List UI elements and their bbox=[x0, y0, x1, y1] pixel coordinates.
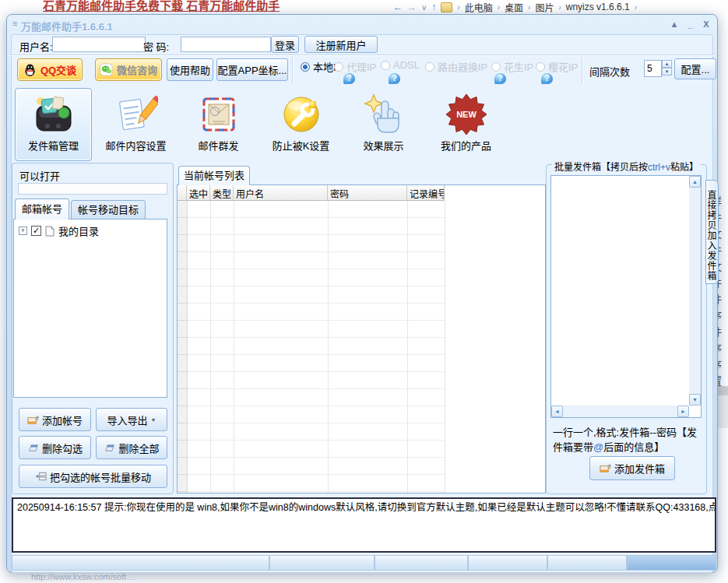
scroll-up-icon[interactable]: ▲ bbox=[689, 176, 701, 188]
nav-showcase[interactable]: 效果展示 bbox=[345, 88, 422, 161]
peanut-ip-label: 花生IP bbox=[504, 59, 533, 74]
tab-move-target[interactable]: 帐号移动目标 bbox=[71, 200, 146, 220]
nav-mass-mail[interactable]: 邮件群发 bbox=[180, 88, 257, 161]
openable-label: 可以打开 bbox=[19, 168, 60, 183]
nav-label: 邮件群发 bbox=[181, 138, 256, 153]
log-box: 20250914-16:15:57 提示:你现在使用的是 win8,如果你不是w… bbox=[12, 497, 716, 553]
vertical-scrollbar[interactable]: ▲ ▼ bbox=[689, 176, 701, 406]
col-username[interactable]: 用户名 bbox=[234, 185, 328, 201]
interval-spinner[interactable]: 5 ▲ ▼ bbox=[644, 60, 672, 77]
username-input[interactable] bbox=[52, 37, 146, 52]
scroll-left-icon[interactable]: ◄ bbox=[551, 406, 563, 417]
radio-sakura-ip[interactable] bbox=[536, 62, 545, 72]
config-button[interactable]: 配置... bbox=[674, 58, 716, 79]
breadcrumb-item-folder[interactable]: wnyizs v1.6.6.1 bbox=[566, 2, 630, 12]
spinner-down-icon[interactable]: ▼ bbox=[662, 68, 672, 76]
username-label: 用户名: bbox=[19, 39, 53, 54]
breadcrumb: ← → ∨ ↑ › 此电脑 › 桌面 › 图片 › wnyizs v1.6.6.… bbox=[393, 0, 728, 14]
nav-label: 我们的产品 bbox=[428, 138, 504, 153]
nav-outbox-manager[interactable]: 发件箱管理 bbox=[15, 88, 92, 161]
qq-chat-button[interactable]: QQ交谈 bbox=[17, 58, 83, 81]
ip-option-sakura[interactable]: 樱花IP bbox=[536, 59, 578, 74]
nav-our-products[interactable]: NEW 我们的产品 bbox=[427, 88, 505, 161]
wechat-button[interactable]: 微信咨询 bbox=[95, 58, 162, 81]
password-input[interactable] bbox=[181, 37, 271, 52]
help-balloon-icon[interactable]: ? bbox=[343, 73, 355, 84]
tree-expand-icon[interactable]: + bbox=[19, 227, 27, 235]
gridline bbox=[210, 201, 211, 493]
move-checked-button[interactable]: 把勾选的帐号批量移动 bbox=[19, 465, 167, 488]
ip-option-proxy[interactable]: 代理IP bbox=[334, 59, 376, 74]
background-clipped-text: 件 bbox=[717, 209, 728, 223]
dropdown-caret-icon[interactable]: ▼ bbox=[151, 417, 157, 423]
interval-value[interactable]: 5 bbox=[644, 60, 662, 77]
background-clipped-text: 件 bbox=[717, 324, 728, 338]
ip-option-router[interactable]: 路由器换IP bbox=[425, 59, 487, 74]
tab-mail-accounts[interactable]: 邮箱帐号 bbox=[15, 198, 69, 220]
ip-option-peanut[interactable]: 花生IP bbox=[491, 59, 533, 74]
password-label: 密 码: bbox=[143, 39, 169, 54]
tree-root-label[interactable]: 我的目录 bbox=[58, 223, 99, 238]
nav-anti-block[interactable]: 防止被K设置 bbox=[262, 88, 339, 161]
col-record-id[interactable]: 记录编号 bbox=[407, 185, 445, 201]
horizontal-scrollbar[interactable]: ◄ ► bbox=[551, 406, 689, 417]
breadcrumb-item-this-pc[interactable]: 此电脑 bbox=[465, 1, 493, 14]
close-button[interactable]: X bbox=[699, 18, 713, 30]
breadcrumb-separator: › bbox=[457, 3, 459, 12]
background-clipped-text: 序 bbox=[717, 307, 728, 321]
breadcrumb-separator: › bbox=[635, 3, 637, 12]
delete-all-button[interactable]: 删除全部 bbox=[96, 436, 167, 459]
adsl-label: ADSL bbox=[393, 59, 420, 71]
login-button[interactable]: 登录 bbox=[271, 36, 299, 53]
import-export-button[interactable]: 导入导出 ▼ bbox=[96, 408, 167, 431]
breadcrumb-separator: › bbox=[528, 3, 530, 12]
wechat-label: 微信咨询 bbox=[117, 62, 157, 77]
spinner-up-icon[interactable]: ▲ bbox=[662, 60, 672, 68]
help-button[interactable]: 使用帮助 bbox=[167, 58, 213, 81]
minimize-button[interactable]: _ bbox=[683, 18, 697, 30]
separator bbox=[10, 54, 714, 56]
radio-router-ip[interactable] bbox=[425, 62, 434, 72]
history-dropdown-icon[interactable]: ∨ bbox=[421, 3, 427, 12]
tree-checkbox[interactable]: ✓ bbox=[31, 226, 41, 236]
delete-checked-button[interactable]: 删除勾选 bbox=[19, 436, 91, 459]
ip-option-adsl[interactable]: ADSL bbox=[381, 59, 420, 71]
bulk-senders-textarea[interactable]: ▲ ▼ ◄ ► bbox=[550, 175, 702, 418]
account-tree[interactable]: + ✓ 我的目录 bbox=[13, 219, 167, 398]
background-page-link[interactable]: 石青万能邮件助手免费下载 石青万能邮件助手 bbox=[43, 0, 280, 13]
register-button[interactable]: 注册新用户 bbox=[304, 36, 378, 53]
scroll-down-icon[interactable]: ▼ bbox=[689, 394, 701, 406]
col-password[interactable]: 密码 bbox=[328, 185, 407, 201]
status-segment-active bbox=[627, 555, 716, 571]
nav-mail-content[interactable]: 邮件内容设置 bbox=[97, 88, 174, 161]
row-selector-header bbox=[178, 185, 187, 201]
tab-current-accounts[interactable]: 当前帐号列表 bbox=[178, 166, 250, 185]
folder-icon bbox=[441, 2, 452, 12]
rollup-button[interactable]: ▲ bbox=[667, 18, 681, 30]
radio-adsl[interactable] bbox=[381, 61, 390, 70]
textarea-content[interactable] bbox=[553, 177, 688, 404]
breadcrumb-item-pictures[interactable]: 图片 bbox=[535, 1, 554, 14]
add-sender-button[interactable]: 添加发件箱 bbox=[589, 456, 675, 480]
up-arrow-icon[interactable]: ↑ bbox=[431, 2, 436, 12]
back-arrow-icon[interactable]: ← bbox=[393, 2, 403, 12]
forward-arrow-icon[interactable]: → bbox=[407, 2, 417, 12]
window-title: 万能邮件助手1.6.6.1 bbox=[21, 19, 113, 33]
add-account-button[interactable]: 添加帐号 bbox=[19, 408, 91, 431]
breadcrumb-item-desktop[interactable]: 桌面 bbox=[505, 1, 523, 14]
radio-local-ip[interactable] bbox=[301, 62, 310, 72]
openable-progress bbox=[18, 183, 167, 195]
app-coords-button[interactable]: 配置APP坐标... bbox=[216, 58, 288, 81]
add-sender-icon bbox=[600, 463, 611, 473]
delete-checked-label: 删除勾选 bbox=[42, 441, 83, 455]
status-bar bbox=[12, 555, 716, 571]
col-type[interactable]: 类型 bbox=[210, 185, 234, 201]
help-balloon-icon[interactable]: ? bbox=[541, 73, 553, 84]
radio-peanut-ip[interactable] bbox=[491, 62, 501, 72]
scroll-right-icon[interactable]: ► bbox=[677, 406, 689, 417]
radio-proxy-ip[interactable] bbox=[334, 62, 343, 72]
help-balloon-icon[interactable]: ? bbox=[494, 73, 506, 84]
quick-copy-vertical-tab[interactable]: 直接拷贝加入发件箱 bbox=[705, 180, 719, 284]
help-balloon-icon[interactable]: ? bbox=[389, 73, 400, 84]
col-checked[interactable]: 选中 bbox=[187, 185, 210, 201]
